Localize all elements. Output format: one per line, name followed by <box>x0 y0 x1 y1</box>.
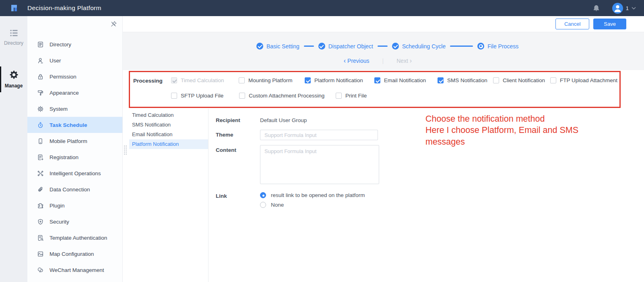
step-dispatcher-object[interactable]: Dispatcher Object <box>318 43 373 50</box>
sidebar-item-user[interactable]: User <box>27 52 122 68</box>
gear-icon <box>37 106 44 112</box>
checkbox-print-file[interactable]: Print File <box>336 93 367 99</box>
step-connector <box>378 46 388 47</box>
platform-logo-icon <box>9 3 19 13</box>
app-window: Decision-making Platform 1 <box>0 0 644 282</box>
sidebar-item-label: Plugin <box>50 203 65 209</box>
sidebar-item-label: Map Configuration <box>50 251 94 257</box>
gear-icon <box>9 70 19 79</box>
annotation-line: messages <box>425 136 578 147</box>
content-textarea[interactable] <box>260 145 379 184</box>
chevron-down-icon[interactable] <box>632 7 636 10</box>
sidebar-item-label: Permission <box>50 74 76 80</box>
link-row: Link result link to be opened on the pla… <box>216 191 365 208</box>
checkbox-mounting-platform[interactable]: Mounting Platform <box>239 77 293 83</box>
step-basic-setting[interactable]: Basic Setting <box>256 43 299 50</box>
annotation-line: Choose the notification method <box>425 113 578 124</box>
checkbox-icon <box>239 93 245 99</box>
rail-label: Manage <box>5 83 23 89</box>
sidebar-item-label: WeChart Management <box>50 267 104 273</box>
sidebar-item-task-schedule[interactable]: Task Schedule <box>27 117 122 133</box>
checkbox-icon <box>305 77 311 83</box>
sidebar-item-permission[interactable]: Permission <box>27 68 122 85</box>
lock-icon <box>37 73 44 80</box>
sidebar-item-label: Intelligent Operations <box>50 170 101 176</box>
sidebar-item-system[interactable]: System <box>27 101 122 117</box>
checkbox-client-notification[interactable]: Client Notification <box>493 77 545 83</box>
document-plus-icon <box>37 154 44 161</box>
sidebar-item-label: Template Authentication <box>50 235 107 241</box>
user-count: 1 <box>626 5 629 11</box>
sidebar-item-appearance[interactable]: Appearance <box>27 85 122 101</box>
step-check-icon <box>256 43 263 50</box>
action-toolbar: Cancel Save <box>123 16 644 32</box>
subtab-timed-calculation[interactable]: Timed Calculation <box>129 110 208 120</box>
drag-handle[interactable] <box>124 145 127 155</box>
recipient-value: Default User Group <box>260 115 307 123</box>
radio-none[interactable]: None <box>260 202 365 208</box>
checkbox-custom-attachment-processing[interactable]: Custom Attachment Processing <box>239 93 324 99</box>
rail-item-manage[interactable]: Manage <box>0 70 27 89</box>
step-file-process[interactable]: File Process <box>477 43 518 50</box>
cancel-button[interactable]: Cancel <box>555 19 589 29</box>
document-search-icon <box>37 234 44 241</box>
sidebar-item-registration[interactable]: Registration <box>27 149 122 165</box>
radio-result-link[interactable]: result link to be opened on the platform <box>260 192 365 198</box>
content-row: Content <box>216 145 379 184</box>
person-icon <box>612 3 623 14</box>
sidebar-item-intelligent-operations[interactable]: Intelligent Operations <box>27 165 122 181</box>
checkbox-sftp-upload-file[interactable]: SFTP Upload File <box>171 93 223 99</box>
step-check-icon <box>318 43 325 50</box>
wizard-band: Basic Setting Dispatcher Object Scheduli… <box>123 32 644 70</box>
step-label: Basic Setting <box>266 43 299 50</box>
checkbox-icon <box>239 77 245 83</box>
sidebar-item-security[interactable]: Security <box>27 214 122 230</box>
sidebar-item-data-connection[interactable]: Data Connection <box>27 181 122 197</box>
chat-bubbles-icon <box>37 267 44 274</box>
step-connector <box>304 46 314 47</box>
checkbox-timed-calculation[interactable]: Timed Calculation <box>171 77 224 83</box>
chevron-right-icon: › <box>410 57 412 64</box>
processing-label: Processing <box>133 78 163 84</box>
sidebar-item-label: Security <box>50 219 69 225</box>
paperclip-icon <box>37 186 44 193</box>
sidebar-item-directory[interactable]: Directory <box>27 36 122 52</box>
sidebar-item-template-authentication[interactable]: Template Authentication <box>27 230 122 246</box>
sidebar-item-mobile-platform[interactable]: Mobile Platform <box>27 133 122 149</box>
save-button[interactable]: Save <box>593 19 626 29</box>
pin-slash-icon[interactable] <box>110 21 117 27</box>
sidebar-item-plugin[interactable]: Plugin <box>27 197 122 214</box>
subtab-email-notification[interactable]: Email Notification <box>129 130 208 139</box>
checkbox-icon <box>493 77 499 83</box>
content-label: Content <box>216 145 260 153</box>
subtab-sms-notification[interactable]: SMS Notification <box>129 120 208 130</box>
annotation-line: Here I choose Platform, Email and SMS <box>425 124 578 136</box>
paint-roller-icon <box>37 89 44 96</box>
checkbox-ftp-upload-attachment[interactable]: FTP Upload Attachment <box>550 77 617 83</box>
wizard-nav: ‹ Previous | Next › <box>117 57 638 64</box>
step-scheduling-cycle[interactable]: Scheduling Cycle <box>392 43 446 50</box>
sidebar-item-label: Data Connection <box>50 187 90 193</box>
checkbox-icon <box>336 93 342 99</box>
subtab-platform-notification[interactable]: Platform Notification <box>129 139 208 149</box>
app-title: Decision-making Platform <box>27 4 101 12</box>
step-check-icon <box>392 43 399 50</box>
sidebar-item-map-configuration[interactable]: Map Configuration <box>27 246 122 262</box>
notification-bell-icon[interactable] <box>592 4 600 12</box>
checkbox-sms-notification[interactable]: SMS Notification <box>438 77 487 83</box>
previous-button[interactable]: ‹ Previous <box>344 57 369 64</box>
checkbox-platform-notification[interactable]: Platform Notification <box>305 77 363 83</box>
checkbox-icon <box>438 77 444 83</box>
step-label: Scheduling Cycle <box>402 43 446 50</box>
nav-separator: | <box>382 58 384 64</box>
sidebar-item-label: Mobile Platform <box>50 138 87 144</box>
rail-item-directory[interactable]: Directory <box>0 29 27 46</box>
radio-icon <box>260 202 266 208</box>
list-icon <box>10 29 18 37</box>
checkbox-email-notification[interactable]: Email Notification <box>374 77 426 83</box>
theme-input[interactable] <box>260 130 378 140</box>
next-button[interactable]: Next › <box>396 57 412 64</box>
user-avatar[interactable] <box>612 3 623 14</box>
shield-plus-icon <box>37 218 44 225</box>
sidebar-item-wechart-management[interactable]: WeChart Management <box>27 262 122 278</box>
